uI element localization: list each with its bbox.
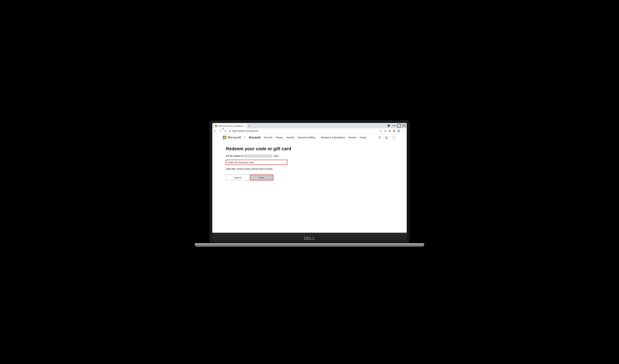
laptop-screen: Microsoft account | Redeem × + <box>212 123 407 233</box>
nav-payment-billing[interactable]: Payment & billing ⌄ <box>298 136 317 139</box>
svg-line-5 <box>381 131 382 132</box>
header-nav: Account Your info Privacy Security Payme… <box>249 136 366 139</box>
nav-forward-icon[interactable] <box>218 129 222 133</box>
nav-your-info[interactable]: Your info <box>264 136 272 139</box>
nav-devices[interactable]: Devices <box>348 136 356 139</box>
button-row: Cancel Next <box>226 175 331 180</box>
extensions-puzzle-icon[interactable] <box>393 130 396 133</box>
tab-title: Microsoft account | Redeem <box>219 125 243 127</box>
browser-tab-active[interactable]: Microsoft account | Redeem × <box>214 124 247 128</box>
nav-account[interactable]: Account <box>249 136 260 139</box>
chrome-menu-icon[interactable]: ⋮ <box>402 130 405 133</box>
url-display[interactable]: https://redeem.microsoft.com <box>228 130 378 132</box>
svg-point-6 <box>379 136 380 138</box>
chevron-down-icon: ⌄ <box>316 137 317 138</box>
subtitle-suffix: .com <box>273 155 279 158</box>
account-indicator-icon[interactable] <box>388 124 390 127</box>
nav-back-icon[interactable] <box>214 129 217 133</box>
microsoft-logo[interactable]: Microsoft <box>223 136 241 139</box>
nav-reload-icon[interactable] <box>223 129 227 133</box>
code-format-hint: Like this: xxxxx-xxxxx-xxxxx-xxxxx-xxxxx <box>226 167 331 170</box>
zoom-icon[interactable] <box>379 130 382 133</box>
new-tab-button[interactable]: + <box>247 124 251 128</box>
search-icon[interactable] <box>378 136 381 139</box>
profile-avatar-icon[interactable] <box>397 130 400 133</box>
url-text: https://redeem.microsoft.com <box>232 130 258 132</box>
svg-rect-1 <box>397 124 401 127</box>
user-avatar-icon[interactable] <box>392 135 396 140</box>
nav-family[interactable]: Family <box>360 136 366 139</box>
code-input[interactable] <box>226 160 287 165</box>
bookmark-star-icon[interactable] <box>384 130 387 133</box>
redacted-email <box>244 155 272 158</box>
nav-services[interactable]: Services & subscriptions <box>321 136 345 139</box>
svg-point-4 <box>380 130 381 131</box>
laptop-base <box>195 243 424 247</box>
page-content: Microsoft Account Your info Privacy Secu… <box>212 134 407 233</box>
microsoft-logo-text: Microsoft <box>228 136 241 139</box>
svg-point-8 <box>386 138 386 139</box>
cancel-button[interactable]: Cancel <box>226 175 249 180</box>
svg-point-9 <box>387 138 387 139</box>
main-content: Redeem your code or gift card It'll be a… <box>212 141 345 185</box>
nav-privacy[interactable]: Privacy <box>276 136 283 139</box>
extension-icon[interactable] <box>388 130 391 133</box>
tab-close-icon[interactable]: × <box>244 125 245 127</box>
window-minimize-icon[interactable] <box>392 123 396 128</box>
svg-line-7 <box>380 138 381 139</box>
nav-security[interactable]: Security <box>286 136 295 139</box>
laptop-chin: DELL <box>212 233 407 244</box>
next-button[interactable]: Next <box>250 175 273 180</box>
window-maximize-icon[interactable] <box>397 123 401 128</box>
added-to-row: It'll be added to .com <box>226 155 331 158</box>
subtitle-prefix: It'll be added to <box>226 155 243 158</box>
nav-payment-label: Payment & billing <box>298 136 315 139</box>
cart-icon[interactable] <box>385 136 388 139</box>
microsoft-header: Microsoft Account Your info Privacy Secu… <box>212 134 407 141</box>
address-bar-actions: ⋮ <box>379 130 405 133</box>
header-actions <box>378 135 396 140</box>
window-controls <box>388 123 407 128</box>
page-title: Redeem your code or gift card <box>226 146 331 151</box>
tab-favicon-microsoft <box>215 125 217 127</box>
browser-address-bar: https://redeem.microsoft.com ⋮ <box>212 128 407 134</box>
window-close-icon[interactable] <box>402 123 406 128</box>
lock-icon <box>229 130 231 132</box>
microsoft-logo-icon <box>223 136 226 139</box>
laptop-brand: DELL <box>304 236 315 241</box>
laptop-frame: Microsoft account | Redeem × + <box>209 120 410 244</box>
browser-tab-strip: Microsoft account | Redeem × + <box>212 123 407 128</box>
header-divider <box>245 136 245 139</box>
svg-point-10 <box>393 137 394 137</box>
